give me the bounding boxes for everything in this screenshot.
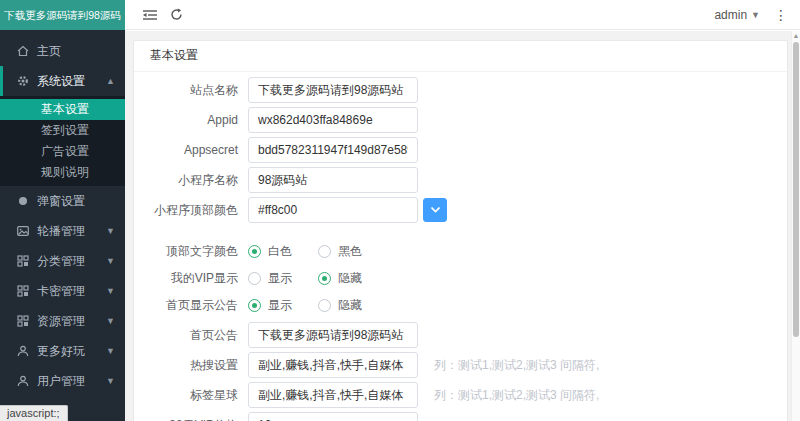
field-input-9[interactable] xyxy=(248,352,418,378)
field-input-11[interactable] xyxy=(248,412,418,421)
radio-option-6-0[interactable]: 显示 xyxy=(248,270,292,287)
radio-label: 白色 xyxy=(268,243,292,260)
grid-icon xyxy=(16,255,29,268)
sidebar-item-8[interactable]: 用户管理▼ xyxy=(0,366,125,396)
field-label: 30天VIP价格 xyxy=(148,417,238,421)
form-row-9: 热搜设置列：测试1,测试2,测试3 间隔符, xyxy=(148,352,787,378)
form-row-3: 小程序名称 xyxy=(148,167,787,193)
form-row-10: 标签星球列：测试1,测试2,测试3 间隔符, xyxy=(148,382,787,408)
form-row-0: 站点名称 xyxy=(148,77,787,103)
field-label: 小程序顶部颜色 xyxy=(148,202,238,219)
field-label: Appsecret xyxy=(148,143,238,157)
field-hint: 列：测试1,测试2,测试3 间隔符, xyxy=(434,387,599,404)
sidebar-item-label: 弹窗设置 xyxy=(37,193,85,210)
radio-option-5-1[interactable]: 黑色 xyxy=(318,243,362,260)
field-label: 热搜设置 xyxy=(148,357,238,374)
radio-label: 黑色 xyxy=(338,243,362,260)
topbar: admin ▼ ⋮ xyxy=(125,0,800,30)
radio-circle-icon xyxy=(318,299,331,312)
field-label: 首页公告 xyxy=(148,327,238,344)
scroll-up-icon[interactable]: ▲ xyxy=(792,31,800,41)
radio-circle-icon xyxy=(248,245,261,258)
sidebar-item-label: 主页 xyxy=(37,43,61,60)
sidebar-item-5[interactable]: 卡密管理▼ xyxy=(0,276,125,306)
sidebar-submenu: 基本设置签到设置广告设置规则说明 xyxy=(0,96,125,186)
user-menu[interactable]: admin ▼ xyxy=(714,8,760,22)
settings-card: 基本设置 站点名称AppidAppsecret小程序名称小程序顶部颜色顶部文字颜… xyxy=(133,40,788,421)
radio-circle-icon xyxy=(318,272,331,285)
field-input-10[interactable] xyxy=(248,382,418,408)
sidebar-item-label: 资源管理 xyxy=(37,313,85,330)
sidebar-item-6[interactable]: 资源管理▼ xyxy=(0,306,125,336)
field-input-8[interactable] xyxy=(248,322,418,348)
settings-form: 站点名称AppidAppsecret小程序名称小程序顶部颜色顶部文字颜色白色黑色… xyxy=(134,72,787,421)
radio-option-5-0[interactable]: 白色 xyxy=(248,243,292,260)
field-label: 小程序名称 xyxy=(148,172,238,189)
form-row-6: 我的VIP显示显示隐藏 xyxy=(148,268,787,288)
card-title: 基本设置 xyxy=(134,41,787,72)
more-options-icon[interactable]: ⋮ xyxy=(774,8,788,22)
field-label: 顶部文字颜色 xyxy=(148,243,238,260)
sidebar-item-label: 卡密管理 xyxy=(37,283,85,300)
radio-group: 显示隐藏 xyxy=(248,297,362,314)
chevron-up-icon: ▲ xyxy=(106,76,115,86)
refresh-icon[interactable] xyxy=(163,2,189,28)
field-input-1[interactable] xyxy=(248,107,418,133)
sidebar-item-label: 更多好玩 xyxy=(37,343,85,360)
radio-option-6-1[interactable]: 隐藏 xyxy=(318,270,362,287)
sidebar-item-label: 分类管理 xyxy=(37,253,85,270)
sidebar-item-7[interactable]: 更多好玩▼ xyxy=(0,336,125,366)
chevron-down-icon: ▼ xyxy=(106,316,115,326)
sidebar-subitem-1-2[interactable]: 广告设置 xyxy=(0,141,125,162)
status-bar-link-preview: javascript:; xyxy=(0,405,68,421)
field-hint: 列：测试1,测试2,测试3 间隔符, xyxy=(434,357,599,374)
form-row-7: 首页显示公告显示隐藏 xyxy=(148,295,787,315)
sidebar-subitem-1-3[interactable]: 规则说明 xyxy=(0,162,125,183)
user-name: admin xyxy=(714,8,747,22)
form-row-8: 首页公告 xyxy=(148,322,787,348)
chevron-down-icon: ▼ xyxy=(106,256,115,266)
sidebar-item-label: 用户管理 xyxy=(37,373,85,390)
field-label: 首页显示公告 xyxy=(148,297,238,314)
sidebar-item-4[interactable]: 分类管理▼ xyxy=(0,246,125,276)
grid-icon xyxy=(16,285,29,298)
radio-circle-icon xyxy=(248,272,261,285)
scrollbar-thumb[interactable] xyxy=(793,42,799,337)
sidebar-subitem-1-1[interactable]: 签到设置 xyxy=(0,120,125,141)
form-row-2: Appsecret xyxy=(148,137,787,163)
main-content: 基本设置 站点名称AppidAppsecret小程序名称小程序顶部颜色顶部文字颜… xyxy=(125,31,800,421)
field-label: 标签星球 xyxy=(148,387,238,404)
sidebar-subitem-1-0[interactable]: 基本设置 xyxy=(0,99,125,120)
sidebar-item-0[interactable]: 主页 xyxy=(0,36,125,66)
chevron-down-icon: ▼ xyxy=(106,286,115,296)
gear-icon xyxy=(16,75,29,88)
sidebar-menu: 主页系统设置▲基本设置签到设置广告设置规则说明弹窗设置轮播管理▼分类管理▼卡密管… xyxy=(0,30,125,396)
radio-option-7-0[interactable]: 显示 xyxy=(248,297,292,314)
field-input-2[interactable] xyxy=(248,137,418,163)
radio-option-7-1[interactable]: 隐藏 xyxy=(318,297,362,314)
chevron-down-icon: ▼ xyxy=(106,346,115,356)
sidebar: 下载更多源码请到98源码 主页系统设置▲基本设置签到设置广告设置规则说明弹窗设置… xyxy=(0,0,125,421)
radio-circle-icon xyxy=(318,245,331,258)
radio-circle-icon xyxy=(248,299,261,312)
user-icon xyxy=(16,375,29,388)
sidebar-item-1[interactable]: 系统设置▲ xyxy=(0,66,125,96)
sidebar-item-3[interactable]: 轮播管理▼ xyxy=(0,216,125,246)
home-icon xyxy=(16,45,29,58)
field-input-4[interactable] xyxy=(248,197,418,223)
sidebar-item-label: 系统设置 xyxy=(37,73,85,90)
field-input-3[interactable] xyxy=(248,167,418,193)
chevron-down-icon: ▼ xyxy=(106,376,115,386)
form-row-11: 30天VIP价格 xyxy=(148,412,787,421)
sidebar-item-2[interactable]: 弹窗设置 xyxy=(0,186,125,216)
chevron-down-icon: ▼ xyxy=(106,226,115,236)
form-row-5: 顶部文字颜色白色黑色 xyxy=(148,241,787,261)
vertical-scrollbar[interactable]: ▲ xyxy=(791,31,800,421)
collapse-menu-icon[interactable] xyxy=(137,2,163,28)
color-picker-dropdown-button[interactable] xyxy=(423,198,447,222)
radio-label: 显示 xyxy=(268,270,292,287)
circle-icon xyxy=(16,195,29,208)
radio-group: 白色黑色 xyxy=(248,243,362,260)
chevron-down-icon: ▼ xyxy=(751,10,760,20)
field-input-0[interactable] xyxy=(248,77,418,103)
